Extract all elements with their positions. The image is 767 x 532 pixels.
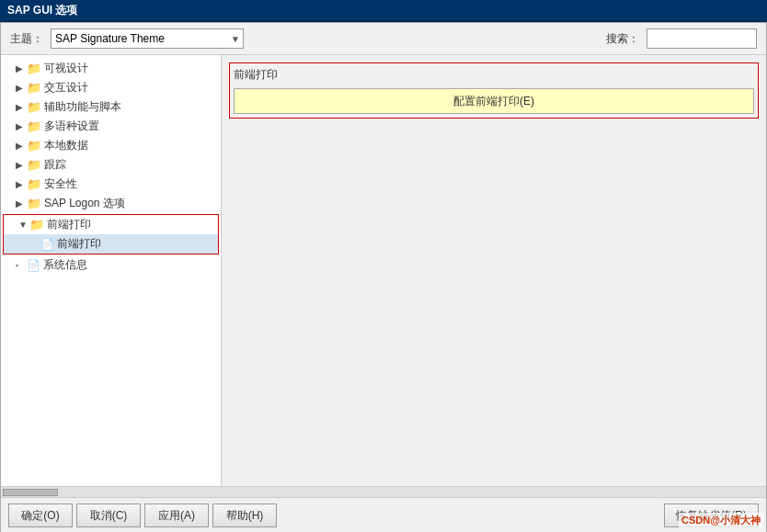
folder-icon: 📁 xyxy=(27,139,41,153)
theme-select[interactable]: SAP Signature ThemeSAP BelizeSAP Quartz … xyxy=(51,28,244,49)
tree-label: 前端打印 xyxy=(57,236,101,252)
scroll-bar[interactable] xyxy=(1,486,766,497)
tree-label: 多语种设置 xyxy=(44,119,99,134)
folder-icon: 📁 xyxy=(27,100,41,114)
tree-item-sysinfo[interactable]: • 📄 系统信息 xyxy=(1,255,221,275)
header-row: 主题： SAP Signature ThemeSAP BelizeSAP Qua… xyxy=(1,23,766,54)
tree-label: 辅助功能与脚本 xyxy=(44,99,121,115)
tree-label: 跟踪 xyxy=(44,157,66,173)
theme-select-wrapper: SAP Signature ThemeSAP BelizeSAP Quartz … xyxy=(51,28,244,49)
arrow-icon: ▶ xyxy=(16,198,27,209)
arrow-icon: ▶ xyxy=(16,83,27,93)
section-title: 前端打印 xyxy=(234,67,754,83)
button-bar: 确定(O) 取消(C) 应用(A) 帮助(H) 恢复缺省值(R) xyxy=(1,497,766,532)
watermark: CSDN@小清大神 xyxy=(679,513,763,528)
search-label: 搜索： xyxy=(606,31,639,47)
folder-icon: 📁 xyxy=(27,177,41,191)
tree-label: 本地数据 xyxy=(44,138,88,153)
content-area: ▶ 📁 可视设计 ▶ 📁 交互设计 ▶ 📁 辅助功能与脚本 ▶ 📁 多语种设置 xyxy=(1,54,766,486)
tree-label: 安全性 xyxy=(44,176,77,192)
doc-icon: 📄 xyxy=(27,259,40,272)
tree-label: 可视设计 xyxy=(44,61,88,76)
tree-item-visual[interactable]: ▶ 📁 可视设计 xyxy=(1,59,221,78)
tree-item-language[interactable]: ▶ 📁 多语种设置 xyxy=(1,117,221,136)
title-bar: SAP GUI 选项 xyxy=(0,0,767,22)
arrow-icon: • xyxy=(16,261,27,269)
tree-item-frontprint[interactable]: ▼ 📁 前端打印 xyxy=(4,215,218,234)
tree-label: SAP Logon 选项 xyxy=(44,196,125,211)
help-button[interactable]: 帮助(H) xyxy=(212,504,277,527)
arrow-icon: ▶ xyxy=(16,179,27,189)
config-frontprint-button[interactable]: 配置前端打印(E) xyxy=(234,88,754,114)
title-text: SAP GUI 选项 xyxy=(7,4,77,17)
arrow-icon: ▼ xyxy=(18,220,29,230)
tree-item-trace[interactable]: ▶ 📁 跟踪 xyxy=(1,155,221,175)
arrow-icon: ▶ xyxy=(16,63,27,74)
arrow-icon: ▶ xyxy=(16,141,27,151)
section-box: 前端打印 配置前端打印(E) xyxy=(229,62,759,119)
tree-item-frontprint-sub[interactable]: 📄 前端打印 xyxy=(4,234,218,254)
folder-icon: 📁 xyxy=(29,218,44,232)
folder-icon: 📁 xyxy=(27,197,41,210)
folder-icon: 📁 xyxy=(27,81,41,95)
folder-icon: 📁 xyxy=(27,62,41,75)
tree-item-accessibility[interactable]: ▶ 📁 辅助功能与脚本 xyxy=(1,97,221,117)
right-panel: 前端打印 配置前端打印(E) xyxy=(222,55,766,486)
arrow-icon: ▶ xyxy=(16,160,27,170)
tree-item-security[interactable]: ▶ 📁 安全性 xyxy=(1,175,221,194)
doc-icon: 📄 xyxy=(40,238,54,251)
tree-item-interaction[interactable]: ▶ 📁 交互设计 xyxy=(1,78,221,97)
search-input[interactable] xyxy=(647,28,757,49)
tree-label: 系统信息 xyxy=(43,257,87,273)
main-dialog: 主题： SAP Signature ThemeSAP BelizeSAP Qua… xyxy=(0,22,767,532)
folder-icon: 📁 xyxy=(27,158,41,172)
theme-label: 主题： xyxy=(10,31,43,47)
tree-item-saplogon[interactable]: ▶ 📁 SAP Logon 选项 xyxy=(1,194,221,213)
arrow-icon: ▶ xyxy=(16,121,27,131)
tree-label: 交互设计 xyxy=(44,80,88,96)
tree-panel: ▶ 📁 可视设计 ▶ 📁 交互设计 ▶ 📁 辅助功能与脚本 ▶ 📁 多语种设置 xyxy=(1,55,222,486)
apply-button[interactable]: 应用(A) xyxy=(144,504,209,527)
tree-item-localdata[interactable]: ▶ 📁 本地数据 xyxy=(1,136,221,155)
tree-label: 前端打印 xyxy=(47,217,91,232)
cancel-button[interactable]: 取消(C) xyxy=(76,504,141,527)
ok-button[interactable]: 确定(O) xyxy=(8,504,73,527)
arrow-icon: ▶ xyxy=(16,102,27,112)
folder-icon: 📁 xyxy=(27,119,41,133)
